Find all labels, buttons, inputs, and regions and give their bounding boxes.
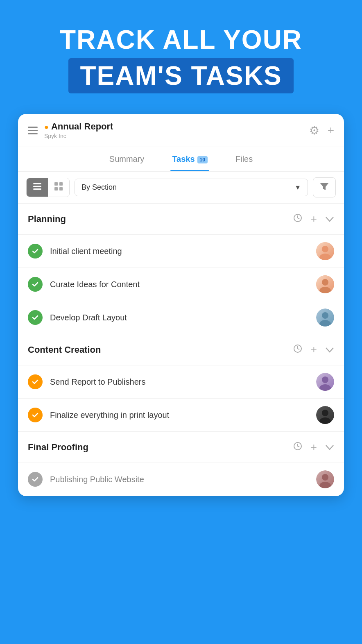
svg-point-16 [322, 376, 328, 383]
grid-view-button[interactable] [48, 178, 69, 197]
filter-button[interactable] [313, 177, 336, 197]
avatar [316, 406, 334, 424]
section-content-creation-title: Content Creation [28, 345, 293, 355]
svg-rect-1 [33, 186, 41, 187]
settings-icon[interactable]: ⚙ [309, 124, 319, 137]
task-row[interactable]: Send Report to Publishers [18, 365, 344, 398]
section-planning-header[interactable]: Planning + [18, 204, 344, 234]
svg-point-21 [322, 474, 328, 481]
dropdown-label: By Section [81, 183, 117, 192]
clock-icon[interactable] [293, 213, 303, 225]
svg-point-9 [322, 246, 328, 252]
task-check-icon [28, 408, 43, 422]
svg-point-12 [319, 287, 331, 293]
clock-icon[interactable] [293, 344, 303, 356]
task-row[interactable]: Finalize everything in print layout [18, 398, 344, 431]
task-row[interactable]: Develop Draft Layout [18, 301, 344, 334]
app-card: ●Annual Report Spyk Inc ⚙ + Summary Task… [18, 114, 344, 496]
section-final-proofing-header[interactable]: Final Proofing + [18, 432, 344, 463]
hero-line1: TRACK ALL YOUR [16, 25, 346, 55]
hamburger-menu[interactable] [28, 127, 38, 134]
task-check-icon [28, 374, 43, 389]
svg-rect-3 [54, 182, 58, 186]
hero-section: TRACK ALL YOUR TEAM'S TASKS [0, 0, 362, 114]
task-label: Publishing Public Website [50, 475, 316, 484]
collapse-proofing-button[interactable] [325, 442, 334, 453]
task-check-icon [28, 277, 43, 292]
section-planning-actions: + [293, 213, 334, 225]
task-row[interactable]: Publishing Public Website [18, 463, 344, 496]
toolbar: By Section ▼ [18, 172, 344, 204]
task-check-icon [28, 472, 43, 487]
list-view-button[interactable] [27, 178, 48, 197]
svg-marker-7 [320, 183, 329, 190]
task-check-icon [28, 310, 43, 325]
svg-point-11 [322, 279, 328, 286]
tab-files[interactable]: Files [234, 147, 254, 171]
task-label: Develop Draft Layout [50, 313, 316, 322]
task-label: Finalize everything in print layout [50, 410, 316, 420]
header-actions: ⚙ + [309, 124, 334, 137]
section-final-proofing-title: Final Proofing [28, 442, 293, 453]
avatar [316, 275, 334, 293]
task-label: Curate Ideas for Content [50, 280, 316, 289]
tabs-bar: Summary Tasks10 Files [18, 147, 344, 172]
tab-summary[interactable]: Summary [108, 147, 146, 171]
task-label: Initial client meeting [50, 247, 316, 256]
card-header: ●Annual Report Spyk Inc ⚙ + [18, 114, 344, 147]
section-final-proofing: Final Proofing + [18, 432, 344, 496]
svg-point-19 [319, 417, 331, 424]
chevron-down-icon: ▼ [294, 184, 301, 191]
section-content-creation-header[interactable]: Content Creation + [18, 334, 344, 365]
collapse-content-button[interactable] [325, 345, 334, 355]
tab-tasks[interactable]: Tasks10 [170, 147, 209, 171]
task-row[interactable]: Curate Ideas for Content [18, 268, 344, 301]
avatar [316, 373, 334, 391]
svg-point-17 [319, 384, 331, 391]
section-planning-title: Planning [28, 214, 293, 224]
project-info: ●Annual Report Spyk Inc [44, 121, 309, 139]
clock-icon[interactable] [293, 441, 303, 454]
svg-point-18 [322, 410, 328, 416]
hero-line2: TEAM'S TASKS [68, 58, 293, 93]
svg-rect-4 [59, 182, 63, 186]
project-dot: ● [44, 123, 49, 131]
svg-point-22 [319, 482, 331, 488]
project-company: Spyk Inc [44, 133, 309, 139]
avatar [316, 470, 334, 488]
svg-rect-6 [59, 187, 63, 190]
section-planning: Planning + Ini [18, 204, 344, 334]
section-content-creation-actions: + [293, 343, 334, 356]
collapse-planning-button[interactable] [325, 214, 334, 224]
svg-point-10 [319, 254, 331, 260]
add-task-planning-button[interactable]: + [311, 213, 317, 225]
avatar [316, 308, 334, 327]
svg-rect-2 [33, 188, 41, 190]
svg-point-14 [319, 320, 331, 327]
svg-rect-0 [33, 183, 41, 184]
project-name: ●Annual Report [44, 121, 309, 132]
section-content-creation: Content Creation + [18, 334, 344, 432]
section-final-proofing-actions: + [293, 441, 334, 454]
add-button[interactable]: + [328, 124, 334, 137]
avatar [316, 242, 334, 260]
svg-point-13 [322, 312, 328, 319]
add-task-content-button[interactable]: + [311, 343, 317, 356]
add-task-proofing-button[interactable]: + [311, 441, 317, 454]
task-row[interactable]: Initial client meeting [18, 234, 344, 268]
section-dropdown[interactable]: By Section ▼ [75, 179, 308, 196]
svg-rect-5 [54, 187, 58, 190]
tasks-badge: 10 [197, 156, 208, 163]
view-toggle [26, 178, 70, 197]
task-check-icon [28, 244, 43, 259]
task-label: Send Report to Publishers [50, 377, 316, 387]
